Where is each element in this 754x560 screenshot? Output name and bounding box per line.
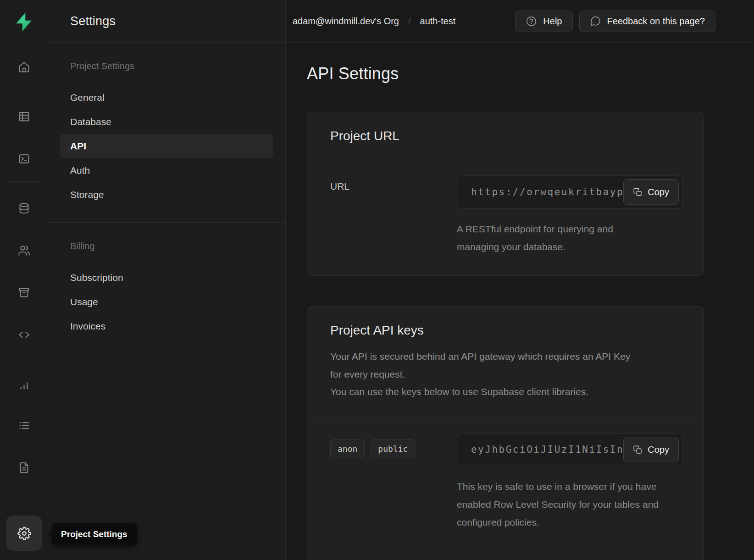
project-url-card: Project URL URL https://orwqeukritbayp [307, 112, 704, 276]
logs-list-icon[interactable] [14, 415, 34, 435]
settings-nav-panel: Settings Project Settings General Databa… [48, 0, 286, 560]
key-badges: anon public [330, 433, 457, 532]
storage-archive-icon[interactable] [14, 282, 34, 302]
feedback-label: Feedback on this page? [607, 16, 705, 27]
anon-key-description: This key is safe to use in a browser if … [457, 478, 669, 532]
api-keys-description-line1: Your API is secured behind an API gatewa… [330, 348, 633, 384]
help-label: Help [543, 16, 562, 27]
nav-item-general[interactable]: General [60, 85, 273, 110]
feedback-button[interactable]: Feedback on this page? [579, 11, 716, 32]
anon-key-input[interactable]: eyJhbGciOiJIUzI1NiIsIn Copy [457, 433, 682, 466]
breadcrumb-project[interactable]: auth-test [420, 16, 456, 27]
table-editor-icon[interactable] [14, 106, 34, 126]
copy-url-button[interactable]: Copy [623, 179, 679, 205]
project-settings-gear-icon[interactable] [6, 516, 42, 551]
project-settings-tooltip: Project Settings [52, 523, 137, 545]
anon-badge: anon [330, 439, 365, 458]
nav-item-invoices[interactable]: Invoices [60, 314, 273, 338]
api-keys-card: Project API keys Your API is secured beh… [307, 306, 704, 560]
main-area: adam@windmill.dev's Org / auth-test Help… [286, 0, 754, 560]
card-title: Project URL [330, 129, 681, 143]
rail-divider [6, 181, 41, 182]
nav-section-heading: Project Settings [70, 61, 273, 71]
api-keys-card-header: Project API keys Your API is secured beh… [307, 307, 704, 418]
nav-item-usage[interactable]: Usage [60, 290, 273, 314]
nav-item-api[interactable]: API [60, 134, 273, 158]
home-icon[interactable] [14, 57, 34, 77]
supabase-logo[interactable] [12, 9, 36, 35]
breadcrumb-separator: / [408, 16, 411, 27]
help-button[interactable]: Help [515, 11, 572, 32]
copy-icon [633, 445, 643, 455]
public-badge: public [371, 439, 415, 458]
database-icon[interactable] [14, 198, 34, 218]
edge-functions-code-icon[interactable] [14, 324, 34, 345]
breadcrumb-org[interactable]: adam@windmill.dev's Org [293, 16, 399, 27]
icon-rail [0, 0, 48, 560]
next-key-row-stub [307, 551, 704, 560]
url-row: URL https://orwqeukritbayp Copy [307, 160, 704, 275]
nav-item-auth[interactable]: Auth [60, 158, 273, 182]
project-url-input[interactable]: https://orwqeukritbayp Copy [457, 176, 682, 209]
chat-bubble-icon [590, 16, 601, 27]
copy-label: Copy [648, 187, 669, 198]
api-keys-description-line2: You can use the keys below to use Supaba… [330, 383, 633, 401]
url-description: A RESTful endpoint for querying and mana… [457, 220, 640, 256]
rail-divider [6, 358, 41, 358]
main-header: adam@windmill.dev's Org / auth-test Help… [286, 0, 754, 43]
nav-section-project-settings: Project Settings General Database API Au… [48, 43, 285, 222]
copy-label: Copy [648, 445, 669, 455]
nav-panel-header: Settings [48, 0, 285, 43]
api-keys-description: Your API is secured behind an API gatewa… [330, 348, 633, 401]
copy-icon [633, 187, 643, 197]
content-area: API Settings Project URL URL https://orw… [286, 43, 754, 560]
nav-item-subscription[interactable]: Subscription [60, 265, 273, 290]
sql-terminal-icon[interactable] [14, 148, 34, 169]
nav-section-billing: Billing Subscription Usage Invoices [48, 223, 285, 354]
copy-anon-key-button[interactable]: Copy [623, 437, 679, 462]
api-docs-file-icon[interactable] [14, 457, 34, 478]
nav-section-heading: Billing [70, 241, 273, 252]
nav-item-storage[interactable]: Storage [60, 182, 273, 207]
help-circle-icon [526, 16, 537, 27]
auth-users-icon[interactable] [14, 240, 34, 260]
anon-key-row: anon public eyJhbGciOiJIUzI1NiIsIn [307, 418, 704, 551]
page-title: API Settings [307, 64, 754, 83]
tooltip-text: Project Settings [61, 529, 128, 539]
nav-item-database[interactable]: Database [60, 110, 273, 134]
card-title: Project API keys [330, 323, 681, 338]
rail-divider [6, 90, 41, 90]
panel-title: Settings [70, 14, 116, 28]
project-url-card-header: Project URL [307, 112, 704, 160]
url-label: URL [330, 176, 457, 256]
reports-chart-icon[interactable] [14, 375, 34, 395]
